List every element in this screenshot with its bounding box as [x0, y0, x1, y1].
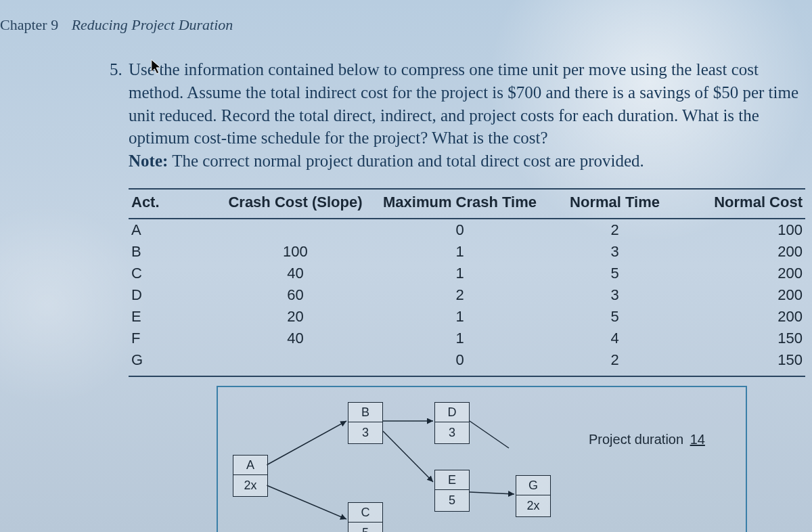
table-row: A02100 [129, 219, 805, 241]
cell-normal_time: 5 [547, 263, 682, 284]
node-e-label: E [435, 470, 469, 490]
node-c: C 5 [348, 502, 383, 532]
col-normal-cost: Normal Cost [683, 189, 805, 219]
svg-line-3 [383, 431, 433, 482]
cell-crash_cost: 20 [218, 306, 372, 328]
table-row: F4014150 [129, 328, 805, 349]
node-d: D 3 [434, 402, 470, 444]
project-duration-value: 14 [690, 432, 705, 447]
node-c-duration: 5 [348, 523, 382, 532]
cell-max_crash: 1 [373, 328, 547, 349]
problem-block: 5. Use the information contained below t… [129, 58, 805, 173]
chapter-title: Reducing Project Duration [72, 16, 233, 33]
diagram-arrows [218, 387, 746, 532]
chapter-header: Chapter 9 Reducing Project Duration [0, 16, 233, 34]
cell-normal_time: 2 [547, 349, 682, 376]
table-row: G02150 [129, 349, 805, 376]
cell-normal_cost: 100 [683, 219, 805, 241]
node-d-duration: 3 [435, 422, 469, 443]
node-c-label: C [348, 503, 382, 523]
cell-act: C [129, 263, 218, 284]
project-duration-label: Project duration [589, 432, 683, 447]
cell-normal_cost: 200 [683, 284, 805, 306]
cell-normal_time: 3 [547, 284, 682, 306]
activity-table: Act. Crash Cost (Slope) Maximum Crash Ti… [129, 188, 805, 377]
cell-max_crash: 0 [373, 219, 547, 241]
table-row: B10013200 [129, 241, 805, 263]
svg-line-5 [470, 492, 514, 494]
cell-max_crash: 1 [373, 306, 547, 328]
node-b-duration: 3 [348, 422, 382, 443]
cell-crash_cost: 40 [218, 328, 372, 349]
cell-normal_time: 2 [547, 219, 682, 241]
cell-act: G [129, 349, 218, 376]
chapter-number: Chapter 9 [0, 16, 58, 33]
col-max-crash-time: Maximum Crash Time [373, 189, 547, 219]
node-d-label: D [435, 403, 469, 422]
problem-note-text: The correct normal project duration and … [172, 152, 644, 170]
node-g-label: G [516, 476, 550, 495]
cell-max_crash: 1 [373, 241, 547, 263]
cell-max_crash: 2 [373, 284, 547, 306]
node-b: B 3 [348, 402, 383, 444]
cell-normal_cost: 200 [683, 241, 805, 263]
node-e: E 5 [434, 470, 470, 512]
cell-normal_cost: 150 [683, 349, 805, 376]
cell-normal_cost: 200 [683, 263, 805, 284]
node-b-label: B [348, 403, 382, 422]
node-g-duration: 2x [516, 495, 550, 516]
problem-number: 5. [110, 58, 122, 81]
cell-act: B [129, 241, 218, 263]
cell-act: F [129, 328, 218, 349]
table-row: D6023200 [129, 284, 805, 306]
table-row: E2015200 [129, 306, 805, 328]
table-header-row: Act. Crash Cost (Slope) Maximum Crash Ti… [129, 189, 805, 219]
cell-max_crash: 1 [373, 263, 547, 284]
col-crash-cost: Crash Cost (Slope) [218, 189, 372, 219]
cell-normal_cost: 200 [683, 306, 805, 328]
cell-act: A [129, 219, 218, 241]
cell-normal_cost: 150 [683, 328, 805, 349]
cell-normal_time: 3 [547, 241, 682, 263]
node-a: A 2x [233, 455, 268, 497]
cell-crash_cost: 60 [218, 284, 372, 306]
node-e-duration: 5 [435, 490, 469, 510]
cell-normal_time: 5 [547, 306, 682, 328]
cell-crash_cost [218, 219, 372, 241]
cell-crash_cost: 100 [218, 241, 372, 263]
svg-line-1 [267, 485, 346, 519]
problem-text: Use the information contained below to c… [129, 60, 798, 147]
col-activity: Act. [129, 189, 218, 219]
node-g: G 2x [516, 475, 551, 517]
cell-act: D [129, 284, 218, 306]
col-normal-time: Normal Time [547, 189, 682, 219]
project-duration: Project duration 14 [589, 432, 705, 447]
cell-normal_time: 4 [547, 328, 682, 349]
cell-crash_cost [218, 349, 372, 376]
node-a-label: A [233, 456, 267, 475]
cell-crash_cost: 40 [218, 263, 372, 284]
cell-act: E [129, 306, 218, 328]
svg-line-4 [470, 421, 509, 448]
problem-note-label: Note: [129, 152, 168, 170]
table-row: C4015200 [129, 263, 805, 284]
cell-max_crash: 0 [373, 349, 547, 376]
svg-line-0 [267, 421, 346, 465]
node-a-duration: 2x [233, 475, 267, 495]
network-diagram: A 2x B 3 C 5 D 3 E 5 G 2x Project durati… [217, 386, 747, 532]
